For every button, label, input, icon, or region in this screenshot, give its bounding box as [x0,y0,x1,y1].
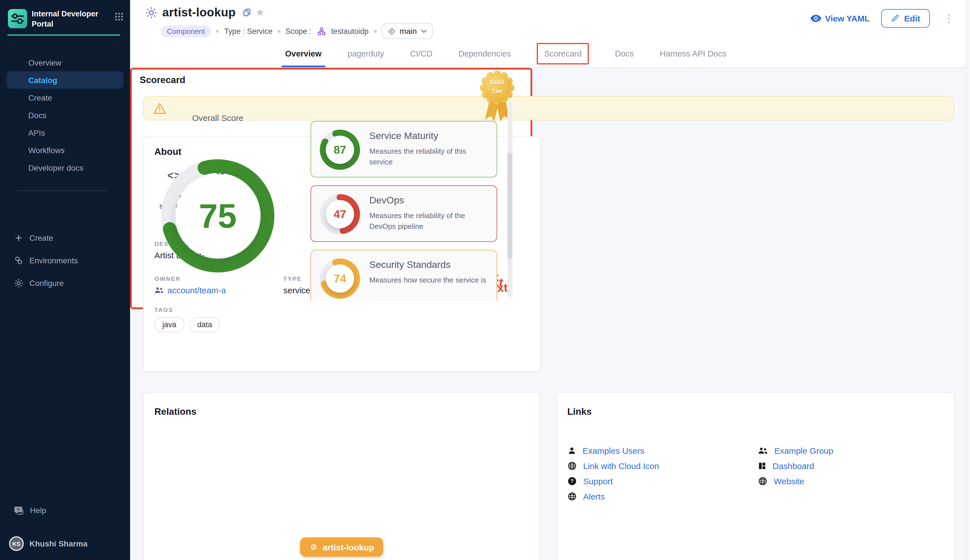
org-hierarchy-icon [316,26,326,36]
scorecard-tab-annotation: Scorecard [537,43,589,64]
svg-text:?: ? [17,507,20,512]
link-cloud-icon[interactable]: Link with Cloud Icon [567,459,659,472]
copy-icon[interactable] [242,8,251,17]
page-header: artist-lookup ★ Component Type : Service… [130,0,970,40]
help-button[interactable]: ? Help [0,502,144,519]
branch-name: main [400,27,417,36]
scorecard-item-devops[interactable]: 47 DevOps Measures the reliability of th… [311,185,497,242]
tab-dependencies[interactable]: Dependencies [458,40,511,67]
relations-card: Relations artist-lookup [143,392,540,560]
tab-cicd[interactable]: CI/CD [410,40,432,67]
sidebar-action-environments[interactable]: Environments [0,252,130,269]
brand: Internal Developer Portal [0,0,130,29]
tag-chip[interactable]: data [189,317,220,332]
link-alerts[interactable]: Alerts [567,490,605,502]
hexagons-icon [13,255,24,266]
page-scrollbar[interactable] [966,0,970,560]
eye-icon [810,14,821,22]
tab-pagerduty[interactable]: pagerduty [348,40,384,67]
overall-score-label: Overall Score [161,113,274,123]
tab-harness-api-docs[interactable]: Harness API Docs [660,40,726,67]
favorite-star-icon[interactable]: ★ [256,6,265,18]
sidebar-divider [17,190,107,191]
help-circle-icon: ? [567,476,577,486]
scorecard-items: 87 Service Maturity Measures the reliabi… [311,121,497,301]
link-dashboard[interactable]: Dashboard [758,459,814,472]
sidebar-action-create[interactable]: Create [0,230,130,247]
app: Internal Developer Portal Overview Catal… [0,0,970,560]
score-donut: 74 [318,257,362,301]
sidebar-item-developer-docs[interactable]: Developer docs [0,159,130,176]
portal-logo-icon [8,9,27,28]
more-options-icon[interactable]: ⋮ [941,12,957,25]
svg-text:?: ? [571,478,574,484]
brand-underline [7,35,120,36]
chevron-down-icon [421,29,427,33]
dot-separator [216,30,219,32]
relations-title: Relations [154,406,197,417]
globe-icon [567,491,577,501]
sidebar-item-docs[interactable]: Docs [0,106,130,124]
sidebar-item-workflows[interactable]: Workflows [0,141,130,159]
tab-overview[interactable]: Overview [285,40,321,67]
edit-button[interactable]: Edit [881,9,930,27]
gear-icon [13,278,24,288]
sidebar-item-create[interactable]: Create [0,89,130,106]
branch-icon [387,27,396,35]
entity-type: Type : Service [224,27,273,35]
tab-bar: Overview pagerduty CI/CD Dependencies Sc… [130,40,970,68]
chip-icon [309,542,318,552]
content: About <> VIEW SOURCE VIEW TECHDOCS DESCR… [130,68,970,560]
avatar: KS [9,536,24,551]
overall-score-value: 75 [156,154,280,278]
sidebar-actions: Create Environments Configure [0,230,130,297]
dot-separator [278,30,281,32]
scorecard-item-security-standards[interactable]: 74 Security Standards Measures how secur… [311,250,497,301]
scorecard-title: Scorecard [140,75,185,85]
globe-icon [758,476,768,486]
type-label: TYPE [283,275,310,282]
warning-triangle-icon [153,102,166,114]
scope-label: Scope : [286,27,312,35]
tags-label: TAGS [154,306,220,313]
link-examples-users[interactable]: Examples Users [567,444,644,457]
sidebar-item-apis[interactable]: APIs [0,124,130,141]
people-icon [154,286,164,294]
sidebar: Internal Developer Portal Overview Catal… [0,0,130,560]
user-menu[interactable]: KS Khushi Sharma [0,534,139,553]
tag-chip[interactable]: java [154,317,184,332]
sidebar-nav: Overview Catalog Create Docs APIs Workfl… [0,54,130,176]
person-icon [567,445,576,455]
pencil-icon [891,13,900,23]
relations-node-artist-lookup[interactable]: artist-lookup [300,537,383,557]
entity-gear-icon [145,6,158,19]
tab-docs[interactable]: Docs [615,40,634,67]
sidebar-item-overview[interactable]: Overview [0,54,130,71]
scorecard-scrollbar-thumb[interactable] [507,153,512,259]
branch-select[interactable]: main [381,23,433,39]
score-donut: 47 [318,192,362,236]
brand-name: Internal Developer Portal [32,9,99,29]
link-website[interactable]: Website [758,475,804,487]
globe-icon [567,461,577,470]
link-example-group[interactable]: Example Group [758,444,833,457]
owner-link[interactable]: account/team-a [154,285,226,295]
gold-tier-label: GoldTier [480,78,515,96]
apps-grid-icon[interactable] [115,12,123,21]
sidebar-action-configure[interactable]: Configure [0,275,130,292]
score-donut: 87 [318,128,362,172]
dashboard-icon [758,462,766,470]
view-yaml-button[interactable]: View YAML [810,13,870,23]
plus-icon [13,233,24,243]
link-support[interactable]: ? Support [567,475,613,487]
sidebar-item-catalog[interactable]: Catalog [7,71,123,89]
entity-meta: Component Type : Service Scope : testaut… [161,23,433,39]
user-name: Khushi Sharma [29,539,87,548]
scorecard-item-service-maturity[interactable]: 87 Service Maturity Measures the reliabi… [311,121,497,177]
main-area: artist-lookup ★ Component Type : Service… [130,0,970,560]
tab-scorecard[interactable]: Scorecard [537,40,589,67]
scope-value: testautoidp [331,27,368,35]
dot-separator [374,30,376,32]
type-value: service [283,285,310,295]
page-title: artist-lookup [162,6,236,19]
